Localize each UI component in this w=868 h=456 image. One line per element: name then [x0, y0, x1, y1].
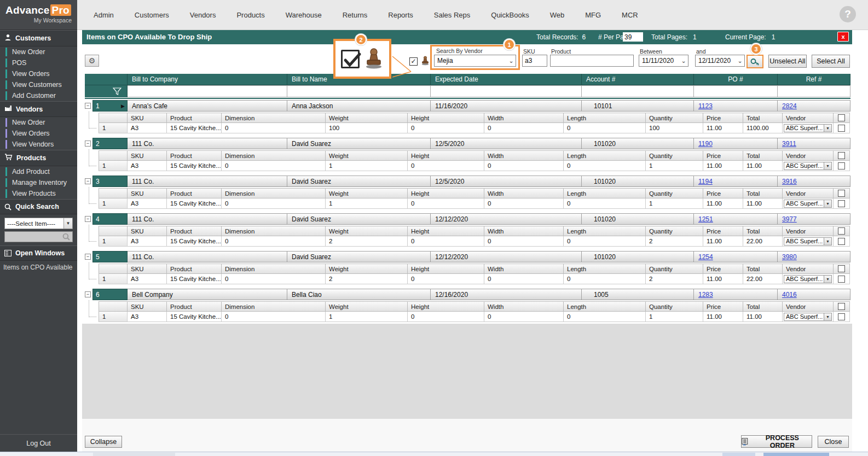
per-page-input[interactable]	[623, 32, 643, 42]
column-header-company[interactable]: Bill to Company	[128, 74, 287, 85]
nav-item-customers[interactable]: Customers	[135, 11, 169, 19]
gear-icon[interactable]: ⚙	[85, 55, 99, 67]
help-icon[interactable]: ?	[840, 6, 856, 22]
collapse-button[interactable]: Collapse	[85, 436, 122, 448]
po-link[interactable]: 1190	[698, 140, 713, 148]
po-link[interactable]: 1283	[698, 291, 713, 299]
sidebar-item-add-customer[interactable]: Add Customer	[0, 90, 77, 101]
po-link[interactable]: 1251	[698, 215, 713, 223]
item-checkbox[interactable]	[838, 276, 845, 283]
vendor-select[interactable]: ABC Superf...▼	[784, 162, 832, 170]
sidebar-item-view-products[interactable]: View Products	[0, 188, 77, 199]
vendor-select[interactable]: ABC Superf...▼	[784, 124, 832, 132]
row-number-cell[interactable]: 3	[92, 176, 128, 187]
process-order-button[interactable]: PROCESS ORDER	[741, 435, 812, 448]
chevron-down-icon[interactable]: ▼	[63, 218, 72, 229]
quick-search-input[interactable]	[4, 231, 73, 242]
po-link[interactable]: 1123	[698, 102, 713, 110]
collapse-group-icon[interactable]: −	[85, 141, 91, 147]
vendor-select[interactable]: ABC Superf...▼	[784, 237, 832, 245]
vendor-select[interactable]: ABC Superf...▼	[784, 313, 832, 321]
po-link[interactable]: 1194	[698, 178, 713, 185]
column-header-ref[interactable]: Ref #	[778, 74, 850, 85]
product-input[interactable]	[550, 55, 634, 67]
ref-link[interactable]: 3916	[782, 178, 797, 185]
nav-item-mcr[interactable]: MCR	[622, 11, 638, 19]
item-checkbox[interactable]	[838, 238, 845, 245]
vendor-select[interactable]: ABC Superf...▼	[784, 200, 832, 208]
header-checkbox[interactable]	[838, 190, 845, 197]
collapse-group-icon[interactable]: −	[85, 178, 91, 184]
header-checkbox[interactable]	[838, 114, 845, 121]
chevron-down-icon[interactable]: ▼	[824, 162, 831, 169]
column-header-date[interactable]: Expected Date	[431, 74, 582, 85]
unselect-all-button[interactable]: Unselect All	[768, 55, 807, 68]
ref-link[interactable]: 3977	[782, 215, 797, 223]
column-header-account[interactable]: Account #	[582, 74, 694, 85]
sidebar-item-view-orders[interactable]: View Orders	[0, 68, 77, 79]
stamp-icon[interactable]	[421, 56, 430, 66]
header-checkbox[interactable]	[838, 303, 845, 310]
filter-input-po[interactable]	[694, 85, 778, 97]
ref-link[interactable]: 2824	[782, 102, 797, 110]
po-link[interactable]: 1254	[698, 253, 713, 261]
filter-funnel-icon[interactable]	[113, 87, 121, 95]
nav-item-quickbooks[interactable]: QuickBooks	[491, 11, 529, 19]
nav-item-reports[interactable]: Reports	[388, 11, 413, 19]
quick-search-item-select[interactable]: ----Select Item---- ▼	[4, 218, 73, 229]
item-checkbox[interactable]	[838, 200, 845, 207]
sidebar-item-view-orders[interactable]: View Orders	[0, 128, 77, 139]
nav-item-sales-reps[interactable]: Sales Reps	[434, 11, 470, 19]
close-button[interactable]: Close	[818, 436, 849, 448]
date-from-select[interactable]: 11/11/2020 ⌄	[639, 55, 688, 67]
row-number-cell[interactable]: 1▶	[92, 100, 128, 112]
sidebar-item-pos[interactable]: POS	[0, 57, 77, 68]
item-checkbox[interactable]	[838, 313, 845, 320]
chevron-down-icon[interactable]: ▼	[824, 313, 831, 320]
nav-item-mfg[interactable]: MFG	[585, 11, 601, 19]
nav-item-returns[interactable]: Returns	[343, 11, 368, 19]
nav-item-admin[interactable]: Admin	[94, 11, 114, 19]
chevron-down-icon[interactable]: ▼	[824, 238, 831, 245]
collapse-group-icon[interactable]: −	[85, 291, 91, 297]
row-number-cell[interactable]: 2	[92, 138, 128, 149]
collapse-group-icon[interactable]: −	[85, 103, 91, 109]
sidebar-item-view-vendors[interactable]: View Vendors	[0, 139, 77, 150]
search-button[interactable]	[747, 55, 763, 68]
vendor-select[interactable]: Mejia ⌄	[434, 55, 516, 67]
item-checkbox[interactable]	[838, 162, 845, 169]
ref-link[interactable]: 4016	[782, 291, 797, 299]
header-checkbox[interactable]	[838, 265, 845, 272]
filter-input-ref[interactable]	[778, 85, 850, 97]
row-number-cell[interactable]: 6	[92, 289, 128, 300]
nav-item-vendors[interactable]: Vendors	[190, 11, 216, 19]
column-header-po[interactable]: PO #	[694, 74, 778, 85]
sidebar-item-new-order[interactable]: New Order	[0, 46, 77, 57]
sidebar-item-add-product[interactable]: Add Product	[0, 166, 77, 177]
filter-input-account[interactable]	[582, 85, 694, 97]
filter-input-company[interactable]	[128, 85, 287, 97]
filter-input-date[interactable]	[431, 85, 582, 97]
header-checkbox[interactable]	[838, 227, 845, 235]
nav-item-web[interactable]: Web	[550, 11, 565, 19]
close-icon[interactable]: x	[837, 32, 849, 42]
collapse-group-icon[interactable]: −	[85, 216, 91, 222]
filter-input-name[interactable]	[287, 85, 431, 97]
chevron-down-icon[interactable]: ▼	[824, 200, 831, 207]
ref-link[interactable]: 3911	[782, 140, 796, 148]
sku-input[interactable]	[522, 55, 547, 67]
chevron-down-icon[interactable]: ▼	[824, 125, 831, 132]
chevron-down-icon[interactable]: ▼	[824, 276, 831, 283]
vendor-select[interactable]: ABC Superf...▼	[784, 275, 832, 283]
row-number-cell[interactable]: 5	[92, 251, 128, 262]
sidebar-item-view-customers[interactable]: View Customers	[0, 79, 77, 90]
sidebar-item-new-order[interactable]: New Order	[0, 117, 77, 128]
sidebar-item-manage-inventory[interactable]: Manage Inventory	[0, 177, 77, 188]
item-checkbox[interactable]	[838, 125, 845, 132]
logout-button[interactable]: Log Out	[0, 434, 77, 447]
ref-link[interactable]: 3980	[782, 253, 797, 261]
header-checkbox[interactable]	[838, 152, 845, 159]
collapse-group-icon[interactable]: −	[85, 254, 91, 260]
date-to-select[interactable]: 12/11/2020 ⌄	[695, 55, 745, 67]
open-window-item[interactable]: Items on CPO Available	[0, 261, 77, 271]
